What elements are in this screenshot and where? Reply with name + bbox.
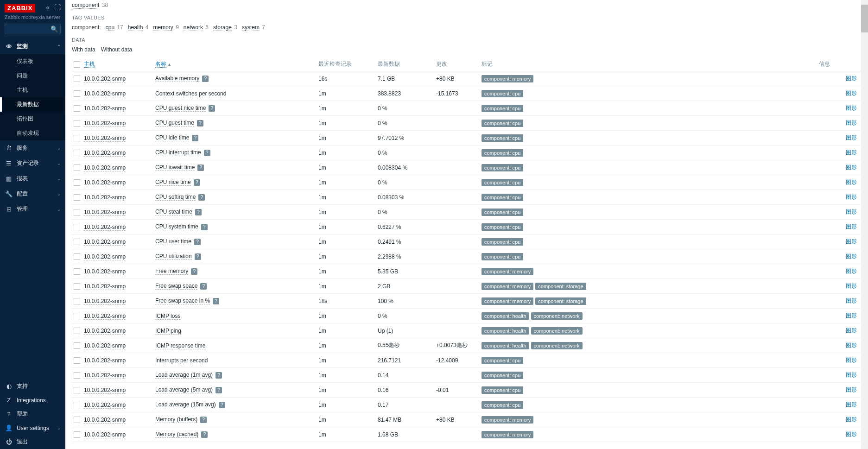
- row-checkbox[interactable]: [74, 283, 80, 290]
- item-name-link[interactable]: CPU user time: [155, 238, 191, 245]
- help-icon[interactable]: ?: [200, 283, 207, 290]
- search-icon[interactable]: 🔍: [51, 25, 58, 32]
- item-name-link[interactable]: Context switches per second: [155, 90, 226, 97]
- help-icon[interactable]: ?: [195, 209, 202, 215]
- tag-badge[interactable]: component: memory: [482, 431, 533, 438]
- item-name-link[interactable]: CPU idle time: [155, 134, 189, 141]
- help-icon[interactable]: ?: [202, 76, 209, 82]
- host-link[interactable]: 10.0.0.202-snmp: [84, 105, 126, 112]
- collapse-icon[interactable]: «: [46, 4, 50, 11]
- item-name-link[interactable]: CPU steal time: [155, 209, 192, 215]
- help-icon[interactable]: ?: [201, 431, 208, 438]
- graph-link[interactable]: 图形: [846, 164, 857, 171]
- host-link[interactable]: 10.0.0.202-snmp: [84, 135, 126, 142]
- nav-administration[interactable]: ⊞ 管理 ⌄: [0, 202, 65, 217]
- tag-badge[interactable]: component: storage: [535, 297, 586, 305]
- help-icon[interactable]: ?: [197, 164, 204, 171]
- host-link[interactable]: 10.0.0.202-snmp: [84, 150, 126, 157]
- row-checkbox[interactable]: [74, 313, 80, 319]
- nav-problems[interactable]: 问题: [0, 69, 65, 83]
- tag-badge[interactable]: component: cpu: [482, 386, 523, 394]
- graph-link[interactable]: 图形: [846, 386, 857, 393]
- host-link[interactable]: 10.0.0.202-snmp: [84, 224, 126, 231]
- nav-services[interactable]: ⏱ 服务 ⌄: [0, 140, 65, 156]
- row-checkbox[interactable]: [74, 179, 80, 186]
- item-name-link[interactable]: Memory (buffers): [155, 416, 197, 423]
- host-link[interactable]: 10.0.0.202-snmp: [84, 342, 126, 349]
- row-checkbox[interactable]: [74, 431, 80, 438]
- filter-without-data[interactable]: Without data: [101, 46, 132, 53]
- host-link[interactable]: 10.0.0.202-snmp: [84, 179, 126, 186]
- row-checkbox[interactable]: [74, 76, 80, 82]
- tag-badge[interactable]: component: cpu: [482, 120, 523, 127]
- item-name-link[interactable]: Free swap space in %: [155, 297, 210, 304]
- row-checkbox[interactable]: [74, 239, 80, 245]
- nav-latest-data[interactable]: 最新数据: [0, 97, 65, 112]
- item-name-link[interactable]: Load average (15m avg): [155, 401, 216, 408]
- help-icon[interactable]: ?: [198, 194, 205, 201]
- tag-badge[interactable]: component: cpu: [482, 134, 523, 142]
- nav-integrations[interactable]: Z Integrations: [0, 393, 65, 407]
- tag-badge[interactable]: component: memory: [482, 268, 533, 275]
- nav-dashboard[interactable]: 仪表板: [0, 54, 65, 69]
- graph-link[interactable]: 图形: [846, 75, 857, 82]
- host-link[interactable]: 10.0.0.202-snmp: [84, 387, 126, 394]
- tag-badge[interactable]: component: memory: [482, 416, 533, 424]
- graph-link[interactable]: 图形: [846, 120, 857, 126]
- nav-user-settings[interactable]: 👤 User settings ⌄: [0, 421, 65, 435]
- item-name-link[interactable]: ICMP loss: [155, 313, 180, 320]
- help-icon[interactable]: ?: [201, 224, 208, 230]
- item-name-link[interactable]: Free memory: [155, 268, 188, 275]
- row-checkbox[interactable]: [74, 150, 80, 156]
- nav-configuration[interactable]: 🔧 配置 ⌄: [0, 186, 65, 202]
- host-link[interactable]: 10.0.0.202-snmp: [84, 431, 126, 438]
- nav-reports[interactable]: ▥ 报表 ⌄: [0, 171, 65, 186]
- graph-link[interactable]: 图形: [846, 253, 857, 259]
- item-name-link[interactable]: Load average (1m avg): [155, 372, 213, 379]
- item-name-link[interactable]: CPU interrupt time: [155, 149, 201, 156]
- help-icon[interactable]: ?: [194, 239, 201, 245]
- row-checkbox[interactable]: [74, 90, 80, 97]
- nav-discovery[interactable]: 自动发现: [0, 126, 65, 140]
- graph-link[interactable]: 图形: [846, 327, 857, 334]
- host-link[interactable]: 10.0.0.202-snmp: [84, 283, 126, 290]
- row-checkbox[interactable]: [74, 402, 80, 408]
- host-link[interactable]: 10.0.0.202-snmp: [84, 313, 126, 320]
- help-icon[interactable]: ?: [215, 387, 222, 393]
- graph-link[interactable]: 图形: [846, 134, 857, 141]
- host-link[interactable]: 10.0.0.202-snmp: [84, 372, 126, 379]
- host-link[interactable]: 10.0.0.202-snmp: [84, 268, 126, 275]
- filter-tag-network[interactable]: network: [184, 24, 203, 31]
- row-checkbox[interactable]: [74, 387, 80, 393]
- item-name-link[interactable]: Free swap space: [155, 283, 197, 290]
- page-scrollbar[interactable]: [861, 0, 868, 449]
- col-name[interactable]: 名称: [155, 61, 166, 68]
- row-checkbox[interactable]: [74, 224, 80, 230]
- item-name-link[interactable]: Load average (5m avg): [155, 386, 213, 393]
- item-name-link[interactable]: CPU iowait time: [155, 164, 195, 171]
- select-all-checkbox[interactable]: [74, 61, 80, 68]
- graph-link[interactable]: 图形: [846, 416, 857, 423]
- tag-badge[interactable]: component: cpu: [482, 105, 523, 112]
- tag-badge[interactable]: component: health: [482, 312, 529, 320]
- tag-badge[interactable]: component: cpu: [482, 401, 523, 409]
- help-icon[interactable]: ?: [195, 253, 201, 260]
- tag-badge[interactable]: component: memory: [482, 297, 533, 305]
- tag-badge[interactable]: component: cpu: [482, 357, 523, 364]
- help-icon[interactable]: ?: [191, 268, 197, 275]
- host-link[interactable]: 10.0.0.202-snmp: [84, 164, 126, 171]
- graph-link[interactable]: 图形: [846, 283, 857, 289]
- tag-badge[interactable]: component: network: [531, 327, 583, 335]
- tag-badge[interactable]: component: cpu: [482, 253, 523, 260]
- row-checkbox[interactable]: [74, 417, 80, 423]
- host-link[interactable]: 10.0.0.202-snmp: [84, 402, 126, 409]
- logo[interactable]: ZABBIX: [5, 4, 35, 13]
- tag-badge[interactable]: component: cpu: [482, 149, 523, 157]
- host-link[interactable]: 10.0.0.202-snmp: [84, 239, 126, 246]
- tag-badge[interactable]: component: storage: [535, 283, 586, 290]
- host-link[interactable]: 10.0.0.202-snmp: [84, 417, 126, 424]
- row-checkbox[interactable]: [74, 372, 80, 379]
- host-link[interactable]: 10.0.0.202-snmp: [84, 76, 126, 82]
- filter-tag-cpu[interactable]: cpu: [106, 24, 114, 31]
- row-checkbox[interactable]: [74, 357, 80, 364]
